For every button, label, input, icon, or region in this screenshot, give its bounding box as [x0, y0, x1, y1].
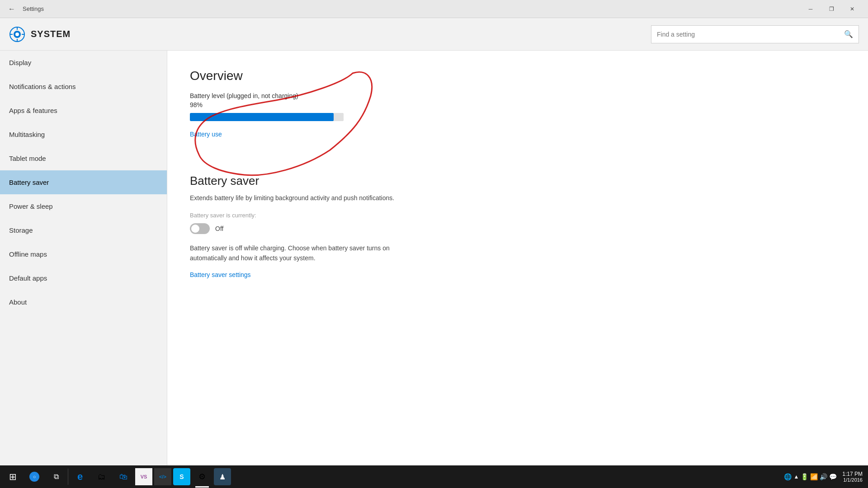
taskbar-edge[interactable]: e — [69, 466, 91, 488]
svg-point-1 — [15, 33, 19, 36]
battery-saver-section: Battery saver Extends battery life by li… — [190, 174, 845, 279]
battery-bar-background — [190, 113, 344, 121]
sidebar-item-tablet[interactable]: Tablet mode — [0, 146, 167, 170]
taskbar: ⊞ ○ ⧉ e 🗂 🛍 VS </> S ⚙ ♟ 🌐 ▲ 🔋 📶 🔊 💬 1:1… — [0, 465, 868, 488]
battery-use-link[interactable]: Battery use — [190, 131, 222, 138]
taskbar-separator — [68, 469, 68, 485]
sidebar-item-display[interactable]: Display — [0, 51, 167, 75]
window-title: Settings — [23, 5, 44, 12]
battery-saver-title: Battery saver — [190, 174, 845, 188]
cortana-button[interactable]: ○ — [24, 466, 45, 488]
battery-bar-fill — [190, 113, 334, 121]
sidebar-item-storage[interactable]: Storage — [0, 218, 167, 242]
toggle-knob — [191, 225, 199, 233]
taskbar-vscode[interactable]: </> — [154, 468, 171, 485]
taskbar-time[interactable]: 1:17 PM 1/1/2016 — [842, 471, 863, 483]
content-area: Overview Battery level (plugged in, not … — [167, 51, 868, 465]
close-button[interactable]: ✕ — [842, 0, 863, 18]
taskbar-settings[interactable]: ⚙ — [191, 466, 213, 488]
sidebar-item-power[interactable]: Power & sleep — [0, 194, 167, 218]
sidebar-item-offline[interactable]: Offline maps — [0, 242, 167, 266]
sidebar-item-about[interactable]: About — [0, 290, 167, 314]
chevron-up-icon[interactable]: ▲ — [793, 474, 799, 480]
battery-saver-toggle[interactable] — [190, 223, 210, 234]
wifi-icon: 📶 — [810, 473, 818, 480]
window-controls: ─ ❐ ✕ — [800, 0, 863, 18]
volume-icon: 🔊 — [820, 473, 827, 480]
app-header: SYSTEM 🔍 — [0, 18, 868, 51]
taskbar-skype[interactable]: S — [173, 468, 190, 485]
toggle-off-label: Off — [215, 225, 223, 232]
main-layout: Display Notifications & actions Apps & f… — [0, 51, 868, 465]
taskbar-store[interactable]: 🛍 — [113, 466, 134, 488]
task-view-button[interactable]: ⧉ — [45, 466, 67, 488]
battery-saver-toggle-row: Off — [190, 223, 845, 234]
taskbar-system-tray: 🌐 ▲ 🔋 📶 🔊 💬 1:17 PM 1/1/2016 — [784, 471, 866, 483]
search-icon: 🔍 — [844, 30, 853, 38]
notification-icon[interactable]: 💬 — [829, 473, 837, 480]
taskbar-explorer[interactable]: 🗂 — [91, 466, 113, 488]
sidebar: Display Notifications & actions Apps & f… — [0, 51, 167, 465]
app-title: SYSTEM — [31, 29, 71, 39]
taskbar-vs[interactable]: VS — [135, 468, 152, 485]
overview-title: Overview — [190, 69, 845, 83]
battery-percent: 98% — [190, 101, 845, 108]
battery-level-label: Battery level (plugged in, not charging) — [190, 92, 845, 99]
sidebar-item-default[interactable]: Default apps — [0, 266, 167, 290]
taskbar-steam[interactable]: ♟ — [214, 468, 231, 485]
titlebar: ← Settings ─ ❐ ✕ — [0, 0, 868, 18]
sidebar-item-battery[interactable]: Battery saver — [0, 170, 167, 194]
overview-section: Overview Battery level (plugged in, not … — [190, 69, 845, 156]
system-icon — [9, 26, 25, 42]
battery-icon: 🔋 — [801, 473, 808, 480]
back-button[interactable]: ← — [5, 3, 18, 15]
minimize-button[interactable]: ─ — [800, 0, 821, 18]
battery-saver-description: Extends battery life by limiting backgro… — [190, 193, 845, 203]
start-button[interactable]: ⊞ — [2, 466, 24, 488]
battery-saver-info: Battery saver is off while charging. Cho… — [190, 243, 425, 263]
battery-saver-status-label: Battery saver is currently: — [190, 212, 845, 219]
maximize-button[interactable]: ❐ — [821, 0, 842, 18]
network-icon: 🌐 — [784, 473, 792, 480]
search-box[interactable]: 🔍 — [651, 25, 859, 43]
battery-settings-link[interactable]: Battery saver settings — [190, 271, 251, 278]
sidebar-item-notifications[interactable]: Notifications & actions — [0, 75, 167, 99]
search-input[interactable] — [657, 31, 840, 38]
sidebar-item-multitasking[interactable]: Multitasking — [0, 122, 167, 146]
sidebar-item-apps[interactable]: Apps & features — [0, 99, 167, 122]
